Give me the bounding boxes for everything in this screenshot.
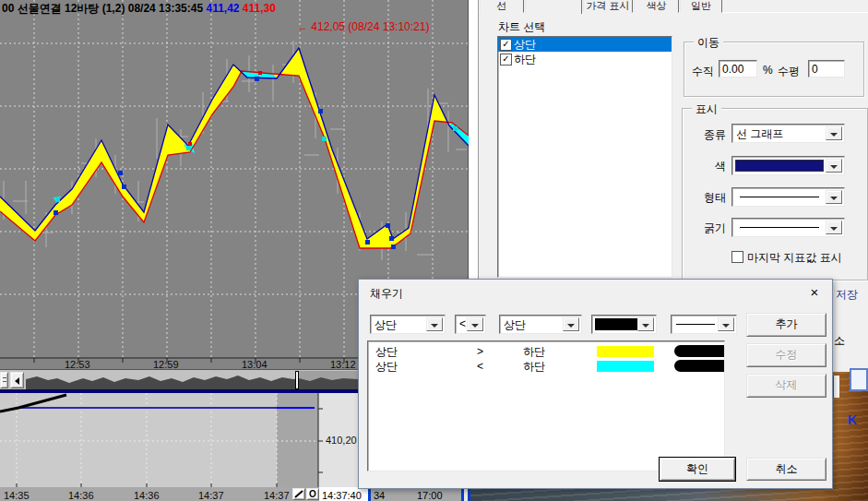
checkbox-checked-icon[interactable]: ✓ [500,54,512,66]
chevron-down-icon [830,227,838,231]
dialog-title: 채우기 [370,286,403,302]
color-label: 색 [689,159,726,174]
chart-header-line: 00 선물연결 12바탕 (1,2) 08/24 13:35:45 411,42… [2,1,276,17]
pencil-icon [293,489,304,499]
circle-tool-button[interactable]: O [306,488,319,500]
splitter-grip[interactable] [0,372,8,388]
operator-value: < [459,317,466,330]
chart-list-item-label: 하단 [514,53,536,66]
background-window-fragment [832,376,839,398]
chart-list-item-sangdan[interactable]: ✓ 상단 [498,37,672,52]
line-color-dropdown[interactable] [731,156,845,175]
chevron-down-icon [830,165,838,169]
checkbox-checked-icon[interactable]: ✓ [500,39,512,51]
app-window: { "glyphs": {"check":"✓","left_arrow":"◀… [0,0,868,501]
modify-button[interactable]: 수정 [746,343,826,367]
chart-type-dropdown[interactable]: 선 그래프 [731,124,845,143]
fill-color-dropdown[interactable] [591,315,657,334]
rule-fill-swatch [597,346,654,357]
cancel-button[interactable]: 취소 [746,458,826,481]
save-button-fragment[interactable]: 저장 [836,287,858,303]
color-swatch [735,160,824,172]
weight-label: 굵기 [689,221,726,236]
rule-line-swatch [674,345,725,357]
last-value-blue: 411,42 [206,2,239,15]
dropdown-button[interactable] [826,159,842,173]
dropdown-button[interactable] [563,317,579,331]
cancel-button-fragment[interactable]: 소 [834,333,845,349]
mini-x-label: 14:36 [134,490,160,501]
dropdown-button[interactable] [467,317,483,331]
tab-3[interactable]: 가격 표시 [583,0,633,13]
o-icon: O [309,489,316,499]
dropdown-button[interactable] [637,317,654,331]
rule-left: 상단 [375,344,398,359]
fill-rules-listbox[interactable]: 상단 > 하단 상단 < 하단 [367,340,725,471]
delete-button[interactable]: 삭제 [746,374,826,398]
vertical-label: 수직 [692,64,714,79]
desktop-icon-letter[interactable]: K [848,412,857,427]
close-button[interactable]: × [803,282,826,303]
mini-x-label: 14:37 [264,490,290,501]
dropdown-button[interactable] [826,126,842,140]
chevron-down-icon [431,324,438,328]
navigator-overview[interactable] [25,371,360,390]
scroll-left-button[interactable] [10,372,24,388]
high-annotation: ← 412,05 (08/24 13:10:21) [297,20,429,33]
move-group-title: 이동 [694,35,723,51]
line-style-dropdown[interactable] [671,315,737,334]
chart-list-item-hadan[interactable]: ✓ 하단 [498,52,672,66]
tab-4[interactable]: 색상 [634,0,679,13]
rule-fill-swatch [597,361,654,372]
chart-select-listbox[interactable]: ✓ 상단 ✓ 하단 [497,36,672,278]
dropdown-button[interactable] [426,317,443,331]
horizontal-label: 수평 [778,64,800,79]
last-value-checkbox[interactable] [731,251,743,263]
bottom-count-label: 34 [374,490,385,501]
mini-price-label: 410,20 [326,435,357,446]
line-style-sample [740,197,819,197]
horizontal-offset-input[interactable] [808,60,845,78]
time-badge-box: 14:37:40 [319,487,368,501]
dropdown-button[interactable] [718,317,734,331]
mini-x-label: 14:35 [4,490,30,501]
tab-5[interactable]: 일반 [680,0,722,13]
mini-x-label: 14:36 [68,490,94,501]
navigator-handle[interactable] [295,371,299,389]
line-shape-dropdown[interactable] [731,187,845,207]
rule-left: 상단 [375,359,398,374]
symbol-title: 00 선물연결 12바탕 (1,2) 08/24 13:35:45 [2,2,203,15]
chevron-down-icon [830,133,838,137]
rule-op: < [477,359,483,374]
mini-x-label: 14:37 [198,490,224,501]
right-operand-dropdown[interactable]: 상단 [499,315,582,334]
left-arrow-icon [15,377,19,385]
dropdown-button[interactable] [826,190,842,204]
fill-rule-row[interactable]: 상단 > 하단 [368,344,724,359]
mini-chart-canvas[interactable] [0,393,369,487]
close-icon: × [811,284,819,300]
chart-list-item-label: 상단 [514,38,536,51]
line-weight-dropdown[interactable] [731,218,845,237]
rule-op: > [477,344,483,359]
ok-button[interactable]: 확인 [660,458,735,481]
tab-2-active[interactable] [525,0,582,14]
add-button[interactable]: 추가 [746,313,826,337]
operator-dropdown[interactable]: < [455,315,486,334]
chevron-down-icon [830,197,838,200]
background-window-corner [850,368,868,391]
display-group-title: 표시 [692,101,721,117]
dropdown-button[interactable] [826,221,842,234]
rule-right: 하단 [523,359,545,374]
chart-navigator [0,369,360,389]
current-time-label: 14:37:40 [322,490,362,501]
chevron-down-icon [471,324,479,328]
bottom-time-label: 17:00 [417,490,443,501]
fill-rule-row[interactable]: 상단 < 하단 [368,359,724,374]
left-operand-dropdown[interactable]: 상단 [370,315,446,334]
vertical-offset-input[interactable] [719,60,757,78]
draw-tool-button[interactable] [292,488,305,500]
left-operand-value: 상단 [375,317,397,333]
bottom-double-bar [461,487,470,501]
tab-1[interactable]: 선 [480,0,524,13]
